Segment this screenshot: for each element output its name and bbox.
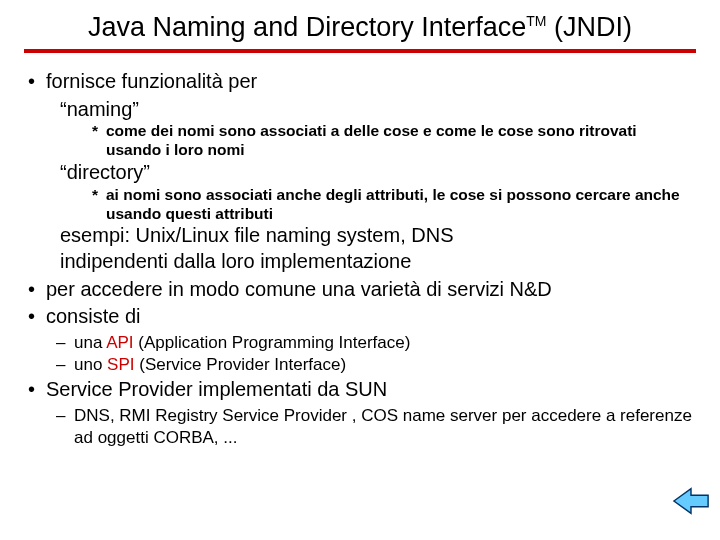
star-marker: * [92,186,106,224]
star-marker: * [92,122,106,160]
sub-spi: – uno SPI (Service Provider Interface) [56,354,696,376]
sub-text: uno SPI (Service Provider Interface) [74,354,696,376]
line-esempi: esempi: Unix/Linux file naming system, D… [60,223,696,249]
sub-provider-list: – DNS, RMI Registry Service Provider , C… [56,405,696,449]
bullet-accedere: • per accedere in modo comune una variet… [28,277,696,303]
api-red: API [106,333,133,352]
bullet-text: per accedere in modo comune una varietà … [46,277,696,303]
sub-directory: “directory” [60,160,696,186]
bullet-dot: • [28,277,46,303]
bullet-text: fornisce funzionalità per [46,69,696,95]
api-post: (Application Programming Interface) [134,333,411,352]
star-directory-desc: * ai nomi sono associati anche degli att… [92,186,696,224]
star-naming-desc: * come dei nomi sono associati a delle c… [92,122,696,160]
bullet-dot: • [28,377,46,403]
bullet-text: Service Provider implementati da SUN [46,377,696,403]
bullet-fornisce: • fornisce funzionalità per [28,69,696,95]
bullet-dot: • [28,304,46,330]
arrow-left-icon [672,486,710,516]
spi-red: SPI [107,355,134,374]
svg-marker-0 [674,489,708,514]
dash-marker: – [56,354,74,376]
api-pre: una [74,333,106,352]
spi-pre: uno [74,355,107,374]
line-indipendenti: indipendenti dalla loro implementazione [60,249,696,275]
slide-content: • fornisce funzionalità per “naming” * c… [24,69,696,448]
title-underline [24,49,696,53]
bullet-dot: • [28,69,46,95]
sub-naming: “naming” [60,97,696,123]
slide-title: Java Naming and Directory InterfaceTM (J… [24,8,696,49]
bullet-text: consiste di [46,304,696,330]
star-text: come dei nomi sono associati a delle cos… [106,122,696,160]
sub-text: DNS, RMI Registry Service Provider , COS… [74,405,696,449]
title-pre: Java Naming and Directory Interface [88,12,526,42]
dash-marker: – [56,405,74,449]
bullet-provider: • Service Provider implementati da SUN [28,377,696,403]
dash-marker: – [56,332,74,354]
title-tm: TM [526,13,546,29]
sub-api: – una API (Application Programming Inter… [56,332,696,354]
prev-arrow-button[interactable] [672,486,710,516]
spi-post: (Service Provider Interface) [135,355,347,374]
bullet-consiste: • consiste di [28,304,696,330]
title-post: (JNDI) [546,12,631,42]
sub-text: una API (Application Programming Interfa… [74,332,696,354]
star-text: ai nomi sono associati anche degli attri… [106,186,696,224]
